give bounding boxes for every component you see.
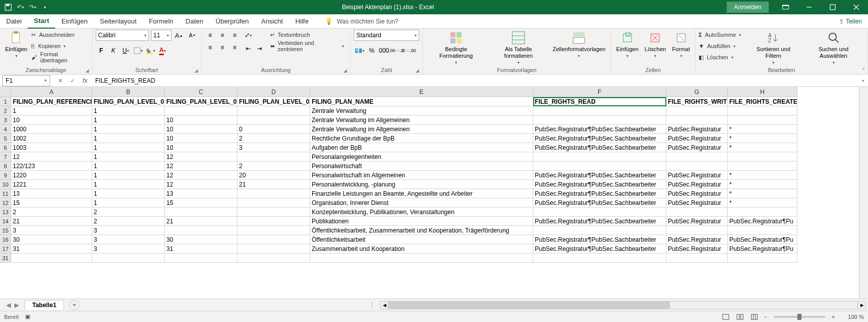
row-header[interactable]: 8 [0,162,11,171]
align-right-icon[interactable]: ≡ [229,42,241,53]
normal-view-icon[interactable] [720,312,732,321]
save-icon[interactable] [4,3,12,11]
undo-icon[interactable]: ↶ ▾ [16,3,25,11]
format-painter-button[interactable]: 🖌Format übertragen [31,52,89,62]
cell[interactable]: FILE_RIGHTS_READ [533,97,666,106]
cell[interactable] [666,226,728,235]
cell[interactable] [237,254,310,263]
cell[interactable]: 1221 [11,180,92,189]
cell[interactable] [666,254,728,263]
zoom-in-icon[interactable]: + [830,314,836,320]
cell[interactable] [533,254,666,263]
cell[interactable] [666,106,728,116]
accounting-format-icon[interactable]: 💶▾ [354,45,365,56]
find-select-button[interactable]: Suchen und Auswählen▾ [802,30,864,66]
tab-überprüfen[interactable]: Überprüfen [209,14,255,29]
cell[interactable]: 12 [165,152,237,162]
sheet-tab-active[interactable]: Tabelle1 [25,300,64,310]
cell[interactable]: * [728,198,797,208]
cell[interactable]: 30 [11,235,92,244]
cell[interactable]: Personalwirtschaft [310,162,533,171]
cell[interactable] [237,198,310,208]
cell[interactable]: PubSec.Registratur¶PubSec.Sachbearbeiter [533,125,666,134]
redo-icon[interactable]: ↷ ▾ [29,3,37,11]
column-header[interactable]: B [92,87,165,97]
column-header[interactable]: C [165,87,237,97]
row-header[interactable]: 13 [0,208,11,217]
cell[interactable]: 1 [92,198,165,208]
row-header[interactable]: 2 [0,106,11,116]
ribbon-options-icon[interactable] [774,0,797,14]
zoom-out-icon[interactable]: − [763,314,769,320]
formula-input[interactable]: FILE_RIGHTS_READ [91,75,858,86]
cell[interactable]: * [728,171,797,180]
cell[interactable]: PubSec.Registratur¶PubSec.Sachbearbeiter [533,180,666,189]
cell[interactable] [728,226,797,235]
cell[interactable]: PubSec.Registratur¶PubSec.Sachbearbeiter [533,235,666,244]
number-launcher-icon[interactable]: ◢ [416,68,419,73]
italic-button[interactable]: K [108,45,119,56]
fill-color-button[interactable]: ▾ [145,45,156,56]
increase-decimal-icon[interactable]: .00→.0 [390,45,402,56]
cell[interactable] [237,189,310,198]
cell[interactable]: 13 [165,189,237,198]
cell[interactable]: 12 [165,180,237,189]
cell[interactable]: PubSec.Registratur¶Pu [728,235,797,244]
collapse-ribbon-icon[interactable]: ˄ [862,67,865,73]
row-header[interactable]: 16 [0,235,11,244]
row-header[interactable]: 10 [0,180,11,189]
row-header[interactable]: 11 [0,189,11,198]
cell[interactable]: Öffentlichkeitsarbeit [310,235,533,244]
cell[interactable]: 20 [237,171,310,180]
tell-me[interactable]: 💡 Was möchten Sie tun? [315,18,398,25]
cell[interactable]: 1 [92,171,165,180]
align-top-icon[interactable]: ≡ [205,30,216,41]
cell[interactable]: Personalangelegenheiten [310,152,533,162]
cell[interactable]: 31 [165,244,237,254]
cell[interactable]: 1220 [11,171,92,180]
maximize-icon[interactable] [821,0,844,14]
tab-formeln[interactable]: Formeln [143,14,180,29]
cell[interactable]: PubSec.Registratur¶PubSec.Sachbearbeiter [533,189,666,198]
cell[interactable]: 12 [165,162,237,171]
cell[interactable] [237,226,310,235]
cell[interactable]: PubSec.Registratur [666,244,728,254]
row-header[interactable]: 6 [0,143,11,152]
cell[interactable]: 13 [11,189,92,198]
column-header[interactable]: A [11,87,92,97]
cell[interactable]: 10 [165,134,237,143]
increase-font-icon[interactable]: A▲ [173,30,185,41]
cell-styles-button[interactable]: Zellenformatvorlagen▾ [551,30,607,59]
format-cells-button[interactable]: Format▾ [670,30,692,59]
cell[interactable]: 1 [92,162,165,171]
cell[interactable]: 10 [165,125,237,134]
row-header[interactable]: 15 [0,226,11,235]
row-header[interactable]: 14 [0,217,11,226]
tab-datei[interactable]: Datei [0,14,28,29]
row-header[interactable]: 7 [0,152,11,162]
signin-button[interactable]: Anmelden [727,2,769,13]
share-button[interactable]: ⇪ Teilen [839,18,868,25]
column-header[interactable]: D [237,87,310,97]
sheet-nav-prev-icon[interactable]: ◀ [4,302,12,309]
sort-filter-button[interactable]: AZ Sortieren und Filtern▾ [746,30,800,66]
cell[interactable]: 2 [237,162,310,171]
cell[interactable] [533,152,666,162]
decrease-indent-icon[interactable]: ⇤ [243,43,254,54]
cell[interactable]: 2 [92,208,165,217]
tab-start[interactable]: Start [28,14,55,29]
cell[interactable]: 15 [11,198,92,208]
cell[interactable]: Personalwirtschaft im Allgemeinen [310,171,533,180]
cell[interactable]: 3 [92,226,165,235]
clear-button[interactable]: ◧Löschen▾ [699,52,744,62]
spreadsheet-grid[interactable]: ABCDEFGH1FILING_PLAN_REFERENCEFILING_PLA… [0,87,868,298]
cell[interactable]: 21 [11,217,92,226]
cell[interactable]: 1 [92,116,165,125]
cell[interactable]: PubSec.Registratur¶PubSec.Sachbearbeiter [533,134,666,143]
macro-record-icon[interactable]: ▣ [25,313,30,320]
cell[interactable] [666,162,728,171]
cell[interactable]: 1 [92,106,165,116]
column-header[interactable]: H [728,87,797,97]
confirm-formula-icon[interactable]: ✓ [67,75,79,86]
cell[interactable]: 1 [92,125,165,134]
